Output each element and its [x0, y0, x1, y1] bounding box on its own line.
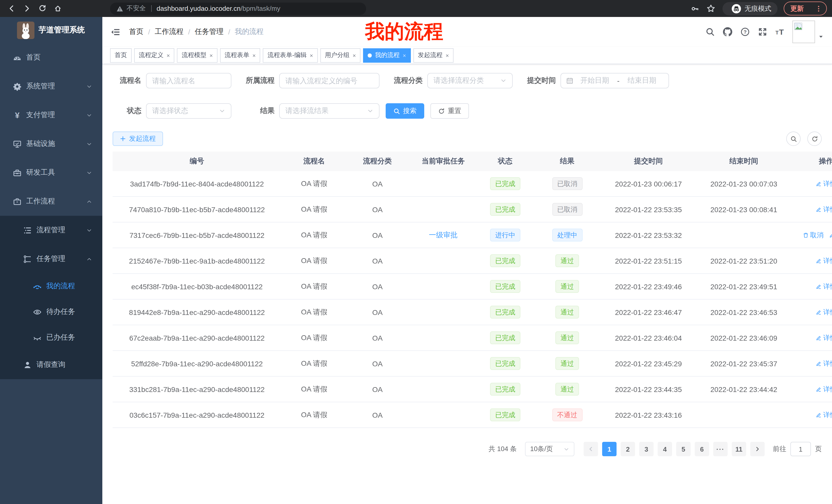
- cell-status: 已完成: [479, 351, 532, 376]
- address-bar[interactable]: 不安全 dashboard.yudao.iocoder.cn/bpm/task/…: [110, 2, 366, 15]
- refresh-table-button[interactable]: [807, 132, 822, 146]
- tab-close-icon[interactable]: ×: [353, 52, 356, 58]
- incognito-label: 无痕模式: [745, 4, 771, 13]
- 详情-action-link[interactable]: 详情: [815, 385, 832, 394]
- header-help-button[interactable]: ?: [739, 26, 751, 38]
- forward-button[interactable]: [21, 2, 33, 15]
- page-button-5[interactable]: 5: [676, 442, 691, 456]
- page-button-4[interactable]: 4: [658, 442, 672, 456]
- sidebar-item-任务管理[interactable]: 任务管理: [0, 245, 102, 273]
- sidebar-item-我的流程[interactable]: 我的流程: [0, 273, 102, 299]
- breadcrumb-item[interactable]: 首页: [129, 27, 144, 36]
- tab-close-icon[interactable]: ×: [402, 52, 406, 58]
- result-select[interactable]: 请选择流结果: [279, 103, 380, 119]
- category-select[interactable]: 请选择流程分类: [427, 73, 513, 88]
- avatar-caret-icon[interactable]: [818, 34, 824, 39]
- sidebar-item-基础设施[interactable]: 基础设施: [0, 130, 102, 158]
- cell-end-time: 2022-01-22 23:49:51: [694, 274, 794, 299]
- avatar[interactable]: [792, 21, 815, 43]
- tab-流程表单-编辑[interactable]: 流程表单-编辑×: [263, 48, 318, 62]
- header-github-button[interactable]: [722, 26, 734, 38]
- sidebar-item-首页[interactable]: 首页: [0, 43, 102, 72]
- page-button-11[interactable]: 11: [732, 442, 746, 456]
- browser-update-button[interactable]: 更新: [784, 2, 827, 16]
- prev-page-button[interactable]: [583, 442, 598, 456]
- page-ellipsis[interactable]: ···: [713, 442, 728, 456]
- 详情-action-link[interactable]: 详情: [829, 230, 832, 240]
- update-label: 更新: [790, 4, 804, 13]
- process-name-input[interactable]: [146, 73, 231, 88]
- back-icon: [8, 5, 16, 12]
- cell-actions: 详情: [794, 274, 832, 299]
- column-header-状态: 状态: [479, 151, 532, 171]
- owner-process-input[interactable]: [279, 73, 380, 88]
- status-select[interactable]: 请选择状态: [146, 103, 231, 119]
- next-page-button[interactable]: [750, 442, 765, 456]
- current-task-link[interactable]: 一级审批: [429, 230, 458, 239]
- fullscreen-icon: [758, 27, 767, 36]
- cell-actions: 详情: [794, 376, 832, 402]
- reload-button[interactable]: [36, 2, 49, 15]
- sidebar-item-研发工具[interactable]: 研发工具: [0, 158, 102, 187]
- breadcrumb-separator: /: [148, 28, 150, 36]
- home-button[interactable]: [51, 2, 64, 15]
- 详情-action-link[interactable]: 详情: [815, 410, 832, 419]
- 详情-action-link[interactable]: 详情: [815, 282, 832, 291]
- back-button[interactable]: [5, 2, 18, 15]
- sidebar-item-系统管理[interactable]: 系统管理: [0, 72, 102, 101]
- page-button-1[interactable]: 1: [602, 442, 617, 456]
- breadcrumb-item[interactable]: 任务管理: [195, 27, 224, 36]
- page-size-select[interactable]: 10条/页: [525, 442, 574, 456]
- submit-time-range-picker[interactable]: 开始日期 - 结束日期: [561, 73, 669, 88]
- goto-page-input[interactable]: [790, 442, 811, 456]
- reset-button[interactable]: 重置: [431, 103, 469, 119]
- 详情-action-link[interactable]: 详情: [815, 333, 832, 342]
- tab-流程模型[interactable]: 流程模型×: [177, 48, 217, 62]
- tab-close-icon[interactable]: ×: [446, 52, 449, 58]
- column-header-编号: 编号: [113, 151, 281, 171]
- page-button-2[interactable]: 2: [621, 442, 635, 456]
- tab-流程定义[interactable]: 流程定义×: [134, 48, 175, 62]
- breadcrumb: 首页/工作流程/任务管理/我的流程: [129, 27, 263, 36]
- tab-发起流程[interactable]: 发起流程×: [413, 48, 453, 62]
- create-process-button[interactable]: 发起流程: [113, 132, 163, 146]
- 取消-action-link[interactable]: 取消: [802, 230, 824, 240]
- breadcrumb-item[interactable]: 工作流程: [155, 27, 184, 36]
- tab-close-icon[interactable]: ×: [210, 52, 213, 58]
- app-logo[interactable]: 芋道管理系统: [0, 17, 102, 43]
- sidebar-item-已办任务[interactable]: 已办任务: [0, 325, 102, 351]
- sidebar-item-支付管理[interactable]: ¥支付管理: [0, 101, 102, 130]
- tab-close-icon[interactable]: ×: [310, 52, 313, 58]
- bookmark-star-icon[interactable]: [706, 4, 715, 13]
- edit-icon: [815, 360, 822, 367]
- sidebar-item-工作流程[interactable]: 工作流程: [0, 187, 102, 216]
- browser-menu-icon[interactable]: [815, 5, 822, 12]
- sidebar-item-流程管理[interactable]: 流程管理: [0, 216, 102, 245]
- search-button[interactable]: 搜索: [386, 103, 424, 119]
- toggle-search-button[interactable]: [786, 132, 801, 146]
- table-row: 3ad174fb-7b9d-11ec-8404-acde48001122OA 请…: [113, 171, 832, 197]
- tab-我的流程[interactable]: 我的流程×: [363, 48, 411, 62]
- tab-close-icon[interactable]: ×: [253, 52, 256, 58]
- page-button-6[interactable]: 6: [695, 442, 709, 456]
- tab-用户分组[interactable]: 用户分组×: [320, 48, 361, 62]
- 详情-action-link[interactable]: 详情: [815, 256, 832, 265]
- sidebar-item-待办任务[interactable]: 待办任务: [0, 299, 102, 325]
- 详情-action-link[interactable]: 详情: [815, 179, 832, 188]
- header-fullscreen-button[interactable]: [756, 26, 769, 38]
- cell-status: 已完成: [479, 248, 532, 274]
- tab-close-icon[interactable]: ×: [166, 52, 170, 58]
- header-fontsize-button[interactable]: TT: [774, 26, 786, 38]
- tab-流程表单[interactable]: 流程表单×: [220, 48, 260, 62]
- 详情-action-link[interactable]: 详情: [815, 359, 832, 368]
- password-key-icon[interactable]: [691, 4, 699, 12]
- 详情-action-link[interactable]: 详情: [815, 307, 832, 317]
- result-badge: 已取消: [552, 203, 582, 216]
- page-button-3[interactable]: 3: [639, 442, 654, 456]
- 详情-action-link[interactable]: 详情: [815, 205, 832, 214]
- header-search-button[interactable]: [704, 26, 716, 38]
- sidebar-item-请假查询[interactable]: 请假查询: [0, 351, 102, 379]
- edit-icon: [815, 206, 822, 213]
- tab-首页[interactable]: 首页: [110, 48, 132, 62]
- sidebar-toggle-icon[interactable]: [110, 27, 120, 37]
